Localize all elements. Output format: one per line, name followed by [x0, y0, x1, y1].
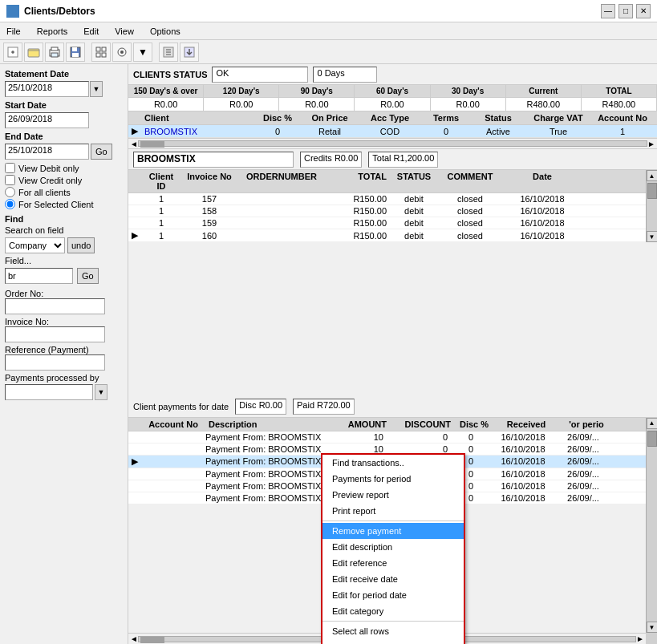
svg-rect-5: [51, 47, 58, 51]
hscroll-thumb[interactable]: [140, 141, 164, 148]
pay-received-2: 16/10/2018: [491, 456, 555, 466]
inv-status-header: STATUS: [390, 172, 438, 191]
pay-amount-0: 10: [331, 432, 387, 442]
toolbar-save[interactable]: [66, 43, 85, 62]
payment-vscroll-thumb[interactable]: [647, 431, 657, 447]
context-menu-payments-for-period[interactable]: Payments for period: [322, 471, 464, 487]
pay-discpct-header: Disc %: [454, 419, 494, 429]
statement-date-input[interactable]: 25/10/2018: [5, 81, 89, 97]
vscroll-down[interactable]: ▼: [647, 231, 658, 242]
toolbar-open[interactable]: [24, 43, 43, 62]
bottom-hscroll-right[interactable]: ►: [636, 634, 644, 643]
pay-amount-header: AMOUNT: [334, 419, 390, 429]
inv-row-2[interactable]: 1 159 R150.00 debit closed 16/10/2018: [128, 217, 646, 229]
toolbar-dropdown[interactable]: ▼: [133, 43, 152, 62]
bottom-hscroll-left[interactable]: ◄: [130, 634, 138, 643]
view-debit-checkbox[interactable]: [5, 163, 15, 173]
client-row-0[interactable]: ▶ BROOMSTIX 0 Retail COD 0 Active True 1: [128, 125, 657, 138]
menu-file[interactable]: File: [3, 25, 24, 38]
client-account-no: 1: [590, 127, 655, 136]
field-input[interactable]: [5, 268, 73, 284]
age-header-1: 120 Day's: [204, 85, 278, 98]
toolbar-print[interactable]: [45, 43, 64, 62]
field-input-row: Go: [5, 268, 123, 284]
for-selected-client-radio[interactable]: [5, 199, 15, 209]
inv-id-0: 1: [141, 194, 181, 204]
payment-panel: Client payments for date Disc R0.00 Paid…: [128, 397, 657, 645]
context-menu-edit-receive-date[interactable]: Edit receive date: [322, 571, 464, 587]
toolbar-export[interactable]: [159, 43, 178, 62]
maximize-button[interactable]: □: [618, 4, 633, 18]
toolbar-import[interactable]: [180, 43, 199, 62]
inv-row-0[interactable]: 1 157 R150.00 debit closed 16/10/2018: [128, 193, 646, 205]
inv-invno-3: 160: [181, 231, 237, 241]
context-menu-select-all-rows[interactable]: Select all rows: [322, 623, 464, 639]
payment-vscroll-up[interactable]: ▲: [647, 418, 658, 429]
invoice-vscroll[interactable]: ▲ ▼: [646, 170, 657, 242]
order-no-input[interactable]: [5, 298, 105, 314]
toolbar-grid[interactable]: [91, 43, 111, 62]
age-col-3: 60 Day's R0.00: [355, 85, 430, 111]
context-menu-preview-report[interactable]: Preview report: [322, 487, 464, 503]
start-date-input[interactable]: 26/09/2018: [5, 112, 89, 128]
invoice-table-container: Client ID Invoice No ORDERNUMBER TOTAL S…: [128, 170, 657, 242]
invoice-no-input[interactable]: [5, 326, 105, 342]
context-menu-edit-category[interactable]: Edit category: [322, 603, 464, 619]
menu-reports[interactable]: Reports: [34, 25, 71, 38]
pay-desc-0: Payment From: BROOMSTIX: [202, 432, 331, 442]
close-button[interactable]: ✕: [636, 4, 651, 18]
for-all-clients-radio[interactable]: [5, 187, 15, 197]
toolbar-view[interactable]: [112, 43, 132, 62]
start-date-label: Start Date: [5, 100, 123, 110]
bottom-hscroll-thumb[interactable]: [140, 637, 164, 643]
menu-edit[interactable]: Edit: [80, 25, 102, 38]
disc-box: Disc R0.00: [235, 399, 286, 415]
inv-row-arrow-3: ▶: [128, 230, 141, 241]
inv-date-3: 16/10/2018: [502, 231, 582, 241]
toolbar-new[interactable]: [3, 43, 22, 62]
payments-by-dropdown[interactable]: ▼: [95, 384, 107, 400]
client-acctype: COD: [358, 127, 422, 136]
onprice-col-header: On Price: [302, 113, 358, 123]
pay-received-3: 16/10/2018: [491, 469, 555, 479]
inv-row-1[interactable]: 1 158 R150.00 debit closed 16/10/2018: [128, 205, 646, 217]
context-menu-print-report[interactable]: Print report: [322, 503, 464, 519]
menu-options[interactable]: Options: [147, 25, 184, 38]
client-name[interactable]: BROOMSTIX: [141, 127, 253, 136]
vscroll-thumb[interactable]: [647, 183, 657, 199]
client-hscroll[interactable]: ◄ ►: [128, 138, 657, 149]
inv-row-3[interactable]: ▶ 1 160 R150.00 debit closed 16/10/2018: [128, 229, 646, 242]
inv-ordernum-header: ORDERNUMBER: [237, 172, 326, 191]
view-credit-checkbox[interactable]: [5, 175, 15, 185]
pay-discount-header: DISCOUNT: [390, 419, 454, 429]
pay-row-0[interactable]: Payment From: BROOMSTIX 10 0 0 16/10/201…: [128, 431, 646, 444]
for-all-clients-label: For all clients: [18, 188, 71, 197]
search-field-row: Company undo: [5, 237, 123, 253]
hscroll-right-arrow[interactable]: ►: [647, 140, 655, 148]
context-menu-find-transactions[interactable]: Find transactions..: [322, 455, 464, 471]
payments-by-input[interactable]: [5, 384, 93, 400]
undo-button[interactable]: undo: [67, 237, 95, 253]
go-button-1[interactable]: Go: [91, 144, 112, 160]
hscroll-left-arrow[interactable]: ◄: [130, 140, 138, 148]
search-select[interactable]: Company: [5, 237, 65, 253]
payment-vscroll[interactable]: ▲ ▼: [646, 418, 657, 634]
menu-view[interactable]: View: [112, 25, 137, 38]
minimize-button[interactable]: —: [601, 4, 615, 18]
context-menu-remove-payment[interactable]: Remove payment: [322, 523, 464, 539]
vscroll-up[interactable]: ▲: [647, 170, 658, 181]
go-button-2[interactable]: Go: [77, 268, 99, 284]
context-menu-edit-reference[interactable]: Edit reference: [322, 555, 464, 571]
payment-header: Client payments for date Disc R0.00 Paid…: [128, 397, 657, 418]
end-date-input[interactable]: 25/10/2018: [5, 144, 89, 160]
vat-col-header: Charge VAT: [526, 113, 590, 123]
context-menu-edit-description[interactable]: Edit description: [322, 539, 464, 555]
context-menu-edit-period-date[interactable]: Edit for period date: [322, 587, 464, 603]
reference-input[interactable]: [5, 354, 105, 371]
search-on-field-label: Search on field: [5, 225, 63, 235]
payment-vscroll-down[interactable]: ▼: [647, 622, 658, 633]
statement-date-dropdown[interactable]: ▼: [90, 81, 103, 97]
status-col-header: Status: [470, 113, 526, 123]
context-menu-export-csv[interactable]: Export to CSV: [322, 639, 464, 645]
svg-rect-10: [96, 47, 100, 51]
